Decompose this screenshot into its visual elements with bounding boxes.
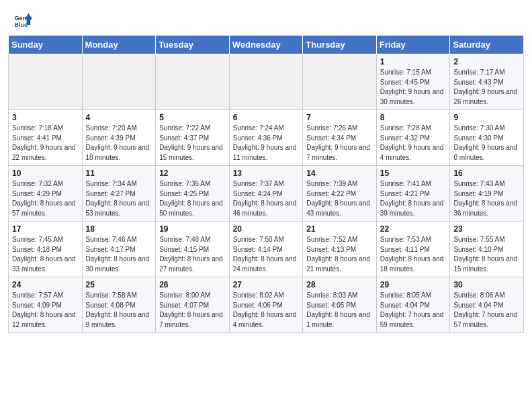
calendar-cell: 24Sunrise: 7:57 AM Sunset: 4:09 PM Dayli…	[9, 277, 83, 333]
calendar-cell: 23Sunrise: 7:55 AM Sunset: 4:10 PM Dayli…	[450, 222, 524, 277]
calendar-cell	[156, 54, 230, 110]
calendar-cell: 1Sunrise: 7:15 AM Sunset: 4:45 PM Daylig…	[376, 54, 450, 110]
calendar-cell	[303, 54, 377, 110]
day-number: 19	[159, 224, 226, 234]
day-number: 1	[380, 57, 447, 66]
day-number: 21	[306, 224, 373, 234]
day-number: 20	[233, 224, 300, 234]
day-info: Sunrise: 7:48 AM Sunset: 4:15 PM Dayligh…	[159, 235, 226, 274]
day-info: Sunrise: 7:30 AM Sunset: 4:30 PM Dayligh…	[453, 124, 520, 163]
day-info: Sunrise: 7:26 AM Sunset: 4:34 PM Dayligh…	[306, 124, 373, 163]
day-number: 30	[453, 280, 520, 289]
day-number: 22	[380, 224, 447, 234]
day-number: 12	[159, 169, 226, 178]
calendar-cell: 5Sunrise: 7:22 AM Sunset: 4:37 PM Daylig…	[156, 110, 230, 166]
calendar-cell: 11Sunrise: 7:34 AM Sunset: 4:27 PM Dayli…	[82, 166, 156, 222]
weekday-header: Thursday	[303, 36, 377, 54]
day-info: Sunrise: 7:45 AM Sunset: 4:18 PM Dayligh…	[12, 235, 79, 274]
day-info: Sunrise: 8:00 AM Sunset: 4:07 PM Dayligh…	[159, 291, 226, 330]
day-number: 29	[380, 280, 447, 289]
calendar-cell: 14Sunrise: 7:39 AM Sunset: 4:22 PM Dayli…	[303, 166, 377, 222]
day-info: Sunrise: 7:32 AM Sunset: 4:29 PM Dayligh…	[12, 179, 79, 218]
day-info: Sunrise: 7:41 AM Sunset: 4:21 PM Dayligh…	[380, 179, 447, 218]
calendar-cell: 17Sunrise: 7:45 AM Sunset: 4:18 PM Dayli…	[9, 222, 83, 277]
day-number: 9	[453, 113, 520, 122]
calendar-cell: 18Sunrise: 7:46 AM Sunset: 4:17 PM Dayli…	[82, 222, 156, 277]
calendar-cell: 22Sunrise: 7:53 AM Sunset: 4:11 PM Dayli…	[376, 222, 450, 277]
calendar-cell: 30Sunrise: 8:06 AM Sunset: 4:04 PM Dayli…	[450, 277, 524, 333]
day-info: Sunrise: 7:15 AM Sunset: 4:45 PM Dayligh…	[380, 68, 447, 107]
day-info: Sunrise: 8:06 AM Sunset: 4:04 PM Dayligh…	[453, 291, 520, 330]
day-number: 17	[12, 224, 79, 234]
weekday-header: Tuesday	[156, 36, 230, 54]
logo-icon: General Blue	[13, 11, 32, 30]
calendar-cell: 16Sunrise: 7:43 AM Sunset: 4:19 PM Dayli…	[450, 166, 524, 222]
day-info: Sunrise: 8:02 AM Sunset: 4:06 PM Dayligh…	[233, 291, 300, 330]
day-number: 23	[453, 224, 520, 234]
day-info: Sunrise: 7:35 AM Sunset: 4:25 PM Dayligh…	[159, 179, 226, 218]
day-info: Sunrise: 8:03 AM Sunset: 4:05 PM Dayligh…	[306, 291, 373, 330]
day-number: 18	[86, 224, 152, 234]
calendar-cell: 26Sunrise: 8:00 AM Sunset: 4:07 PM Dayli…	[156, 277, 230, 333]
page-header: General Blue	[0, 0, 532, 35]
day-number: 7	[306, 113, 373, 122]
day-info: Sunrise: 7:50 AM Sunset: 4:14 PM Dayligh…	[233, 235, 300, 274]
weekday-header: Wednesday	[229, 36, 303, 54]
day-number: 8	[380, 113, 447, 122]
calendar-cell: 20Sunrise: 7:50 AM Sunset: 4:14 PM Dayli…	[229, 222, 303, 277]
day-info: Sunrise: 7:24 AM Sunset: 4:36 PM Dayligh…	[233, 124, 300, 163]
day-info: Sunrise: 7:53 AM Sunset: 4:11 PM Dayligh…	[380, 235, 447, 274]
day-number: 6	[233, 113, 300, 122]
day-number: 11	[86, 169, 152, 178]
day-number: 27	[233, 280, 300, 289]
calendar-cell: 28Sunrise: 8:03 AM Sunset: 4:05 PM Dayli…	[303, 277, 377, 333]
day-number: 25	[86, 280, 152, 289]
calendar-cell: 8Sunrise: 7:28 AM Sunset: 4:32 PM Daylig…	[376, 110, 450, 166]
day-number: 28	[306, 280, 373, 289]
day-info: Sunrise: 7:34 AM Sunset: 4:27 PM Dayligh…	[86, 179, 152, 218]
day-number: 13	[233, 169, 300, 178]
day-info: Sunrise: 7:39 AM Sunset: 4:22 PM Dayligh…	[306, 179, 373, 218]
svg-text:Blue: Blue	[14, 21, 28, 28]
calendar-cell: 19Sunrise: 7:48 AM Sunset: 4:15 PM Dayli…	[156, 222, 230, 277]
day-info: Sunrise: 7:22 AM Sunset: 4:37 PM Dayligh…	[159, 124, 226, 163]
day-info: Sunrise: 7:43 AM Sunset: 4:19 PM Dayligh…	[453, 179, 520, 218]
day-number: 14	[306, 169, 373, 178]
calendar-cell: 6Sunrise: 7:24 AM Sunset: 4:36 PM Daylig…	[229, 110, 303, 166]
calendar-cell	[9, 54, 83, 110]
day-info: Sunrise: 8:05 AM Sunset: 4:04 PM Dayligh…	[380, 291, 447, 330]
day-number: 26	[159, 280, 226, 289]
weekday-header: Friday	[376, 36, 450, 54]
calendar-cell: 21Sunrise: 7:52 AM Sunset: 4:13 PM Dayli…	[303, 222, 377, 277]
calendar-cell	[229, 54, 303, 110]
day-info: Sunrise: 7:28 AM Sunset: 4:32 PM Dayligh…	[380, 124, 447, 163]
day-info: Sunrise: 7:58 AM Sunset: 4:08 PM Dayligh…	[86, 291, 152, 330]
day-info: Sunrise: 7:20 AM Sunset: 4:39 PM Dayligh…	[86, 124, 152, 163]
calendar-cell: 25Sunrise: 7:58 AM Sunset: 4:08 PM Dayli…	[82, 277, 156, 333]
weekday-header: Sunday	[9, 36, 83, 54]
day-info: Sunrise: 7:52 AM Sunset: 4:13 PM Dayligh…	[306, 235, 373, 274]
calendar-cell: 29Sunrise: 8:05 AM Sunset: 4:04 PM Dayli…	[376, 277, 450, 333]
logo: General Blue	[13, 11, 32, 30]
calendar-cell: 3Sunrise: 7:18 AM Sunset: 4:41 PM Daylig…	[9, 110, 83, 166]
calendar-cell: 12Sunrise: 7:35 AM Sunset: 4:25 PM Dayli…	[156, 166, 230, 222]
calendar-cell: 10Sunrise: 7:32 AM Sunset: 4:29 PM Dayli…	[9, 166, 83, 222]
day-number: 15	[380, 169, 447, 178]
calendar-cell: 15Sunrise: 7:41 AM Sunset: 4:21 PM Dayli…	[376, 166, 450, 222]
day-info: Sunrise: 7:57 AM Sunset: 4:09 PM Dayligh…	[12, 291, 79, 330]
day-info: Sunrise: 7:37 AM Sunset: 4:24 PM Dayligh…	[233, 179, 300, 218]
day-info: Sunrise: 7:17 AM Sunset: 4:43 PM Dayligh…	[453, 68, 520, 107]
weekday-header: Saturday	[450, 36, 524, 54]
calendar-cell	[82, 54, 156, 110]
day-number: 5	[159, 113, 226, 122]
calendar: SundayMondayTuesdayWednesdayThursdayFrid…	[0, 35, 532, 341]
calendar-table: SundayMondayTuesdayWednesdayThursdayFrid…	[8, 35, 524, 333]
calendar-cell: 27Sunrise: 8:02 AM Sunset: 4:06 PM Dayli…	[229, 277, 303, 333]
day-info: Sunrise: 7:55 AM Sunset: 4:10 PM Dayligh…	[453, 235, 520, 274]
day-number: 16	[453, 169, 520, 178]
day-number: 2	[453, 57, 520, 66]
day-number: 4	[86, 113, 152, 122]
day-number: 24	[12, 280, 79, 289]
day-info: Sunrise: 7:18 AM Sunset: 4:41 PM Dayligh…	[12, 124, 79, 163]
calendar-cell: 2Sunrise: 7:17 AM Sunset: 4:43 PM Daylig…	[450, 54, 524, 110]
